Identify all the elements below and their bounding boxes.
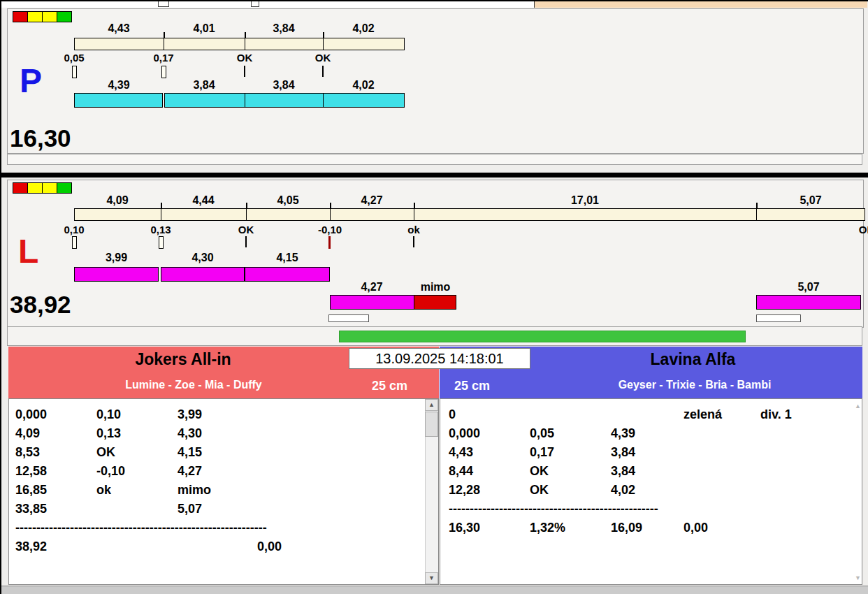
- top-tab-small-2: [251, 1, 259, 7]
- top-tab-small-1: [158, 1, 169, 7]
- result-cell: 4,43: [449, 445, 473, 460]
- team-left-name: Jokers All-in: [8, 350, 358, 369]
- team-right-diff-percent: 1,32%: [530, 521, 565, 535]
- result-cell: 0,05: [530, 426, 554, 441]
- lane-p-total-time: 16,30: [10, 124, 71, 152]
- split-bar: [756, 208, 865, 221]
- result-cell: OK: [530, 464, 549, 479]
- change-tick-box: [72, 66, 77, 78]
- result-cell: 12,58: [15, 464, 47, 479]
- split-time: 4,05: [246, 194, 330, 207]
- scroll-up-icon[interactable]: ▲: [425, 399, 438, 411]
- result-cell: 4,15: [178, 445, 202, 460]
- light-yellow-icon: [27, 11, 43, 22]
- marker-box: [756, 314, 801, 322]
- bar-divider-tick: [245, 32, 246, 38]
- split-time: 17,01: [414, 194, 756, 207]
- light-yellow-icon: [42, 182, 57, 194]
- separator-line: ----------------------------------------…: [449, 502, 669, 516]
- result-cell: 0,000: [15, 407, 47, 422]
- change-tick-box: [159, 236, 164, 249]
- change-tick-line: [244, 66, 245, 77]
- lane-p-letter: P: [20, 64, 42, 98]
- change-mark: OK: [291, 52, 354, 64]
- bar-divider-tick: [330, 203, 331, 208]
- split-time: 3,84: [245, 22, 323, 35]
- change-mark: -0,10: [298, 224, 361, 236]
- bottom-strip: [1, 586, 868, 594]
- run-bar: [74, 93, 163, 108]
- result-cell: OK: [530, 483, 549, 498]
- result-cell: mimo: [178, 483, 211, 498]
- result-cell: 0,13: [96, 426, 121, 441]
- team-right-results-area: [440, 398, 862, 585]
- result-cell: 4,02: [611, 483, 635, 498]
- datetime-box: 13.09.2025 14:18:01: [349, 348, 530, 369]
- change-tick-box: [161, 66, 166, 78]
- split-bar: [74, 38, 164, 50]
- change-mark: OK: [215, 224, 277, 236]
- bar-divider-tick: [161, 203, 162, 208]
- change-mark: 0,17: [132, 52, 195, 64]
- run-time: 4,30: [161, 252, 245, 264]
- split-bar: [164, 38, 245, 50]
- lane-l-letter: L: [18, 235, 38, 268]
- result-cell: 3,84: [611, 464, 635, 479]
- rerun-fault-bar: [414, 295, 456, 310]
- bar-divider-tick: [246, 203, 247, 208]
- split-time: 4,02: [323, 22, 404, 35]
- split-bar: [330, 208, 414, 221]
- change-mark: 0,13: [129, 224, 192, 236]
- rerun-time: 4,27: [330, 281, 414, 294]
- change-tick-line: [245, 236, 247, 247]
- team-right-total: 16,30: [449, 521, 480, 535]
- team-left-jump-height: 25 cm: [372, 379, 407, 393]
- scroll-down-icon[interactable]: ▼: [425, 572, 438, 584]
- light-green-icon: [57, 182, 72, 194]
- progress-bar: [339, 331, 746, 342]
- change-mark: 0,10: [43, 224, 106, 236]
- scrollbar-thumb[interactable]: [425, 412, 438, 437]
- change-tick-line: [413, 236, 414, 247]
- scroll-down-icon[interactable]: ▼: [855, 574, 861, 581]
- rerun-fault-flag: mimo: [411, 281, 460, 294]
- result-cell: 8,53: [15, 445, 40, 460]
- timing-app-window: P 16,30 4,43 4,01 3,84 4,02 0,05 0,17 OK…: [0, 0, 868, 594]
- light-yellow-icon: [42, 11, 57, 22]
- bar-divider-tick: [414, 203, 415, 208]
- split-time: 4,27: [330, 194, 414, 207]
- result-cell: 3,84: [611, 445, 635, 460]
- light-red-icon: [13, 11, 28, 22]
- result-cell: 0,000: [449, 426, 480, 441]
- split-bar: [323, 38, 405, 50]
- result-cell: ok: [96, 483, 111, 498]
- run-time: 3,84: [245, 79, 323, 92]
- run-bar: [161, 267, 245, 282]
- top-strip-accent: [534, 1, 867, 8]
- team-left-total: 38,92: [15, 539, 47, 554]
- change-mark: OK: [835, 224, 868, 236]
- status-color-label: zelená: [683, 407, 722, 422]
- run-time: 3,99: [74, 252, 159, 264]
- rerun-bar: [756, 295, 861, 310]
- team-right-net-time: 16,09: [611, 521, 642, 535]
- team-left-dogs: Lumine - Zoe - Mia - Duffy: [8, 379, 379, 391]
- run-bar: [245, 93, 324, 108]
- team-left-results-area: [8, 398, 439, 585]
- split-bar: [414, 208, 757, 221]
- change-tick-line-fault: [328, 236, 331, 249]
- bar-divider-tick: [164, 32, 165, 38]
- result-cell: 5,07: [178, 502, 202, 516]
- scroll-up-icon[interactable]: ▲: [855, 403, 861, 410]
- result-cell: 4,39: [611, 426, 635, 441]
- lane-p-footer-strip: [7, 154, 862, 165]
- split-time: 4,43: [74, 22, 164, 35]
- result-cell: 4,30: [178, 426, 202, 441]
- change-mark: OK: [213, 52, 276, 64]
- change-mark: 0,05: [43, 52, 106, 64]
- result-cell: 8,44: [449, 464, 473, 479]
- result-cell: -0,10: [96, 464, 125, 479]
- split-bar: [245, 38, 324, 50]
- split-time: 5,07: [756, 194, 865, 207]
- lane-divider: [1, 173, 868, 178]
